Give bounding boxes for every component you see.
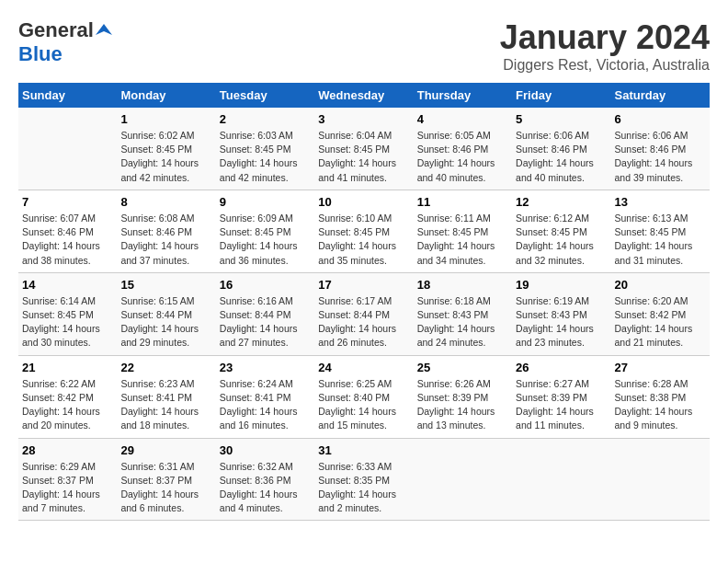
column-header-thursday: Thursday [414, 83, 512, 108]
calendar-cell [414, 438, 512, 521]
calendar-cell [18, 108, 117, 190]
day-number: 23 [220, 361, 311, 374]
day-content: Sunrise: 6:27 AM Sunset: 8:39 PM Dayligh… [516, 377, 607, 433]
calendar-cell [512, 438, 610, 521]
day-content: Sunrise: 6:06 AM Sunset: 8:46 PM Dayligh… [516, 129, 607, 185]
calendar-cell: 20Sunrise: 6:20 AM Sunset: 8:42 PM Dayli… [611, 272, 710, 355]
day-content: Sunrise: 6:32 AM Sunset: 8:36 PM Dayligh… [220, 460, 311, 516]
logo-general-text: General [18, 18, 94, 42]
day-number: 28 [22, 443, 113, 457]
day-content: Sunrise: 6:10 AM Sunset: 8:45 PM Dayligh… [318, 212, 409, 268]
calendar-title: January 2024 [500, 18, 710, 57]
logo-bird-icon [96, 22, 112, 39]
day-number: 29 [120, 443, 211, 457]
day-number: 6 [615, 112, 706, 126]
calendar-week-row: 28Sunrise: 6:29 AM Sunset: 8:37 PM Dayli… [18, 438, 710, 521]
column-header-saturday: Saturday [611, 83, 710, 108]
day-content: Sunrise: 6:12 AM Sunset: 8:45 PM Dayligh… [516, 212, 607, 268]
day-number: 9 [220, 195, 311, 209]
calendar-cell: 23Sunrise: 6:24 AM Sunset: 8:41 PM Dayli… [216, 355, 314, 438]
day-number: 31 [318, 443, 409, 457]
day-content: Sunrise: 6:06 AM Sunset: 8:46 PM Dayligh… [615, 129, 706, 185]
day-number: 1 [120, 112, 211, 126]
day-content: Sunrise: 6:13 AM Sunset: 8:45 PM Dayligh… [615, 212, 706, 268]
calendar-cell: 6Sunrise: 6:06 AM Sunset: 8:46 PM Daylig… [611, 108, 710, 190]
calendar-subtitle: Diggers Rest, Victoria, Australia [500, 57, 710, 74]
calendar-cell: 12Sunrise: 6:12 AM Sunset: 8:45 PM Dayli… [512, 190, 610, 272]
calendar-cell: 30Sunrise: 6:32 AM Sunset: 8:36 PM Dayli… [216, 438, 314, 521]
calendar-cell: 29Sunrise: 6:31 AM Sunset: 8:37 PM Dayli… [117, 438, 215, 521]
day-number: 13 [615, 195, 706, 209]
calendar-cell: 26Sunrise: 6:27 AM Sunset: 8:39 PM Dayli… [512, 355, 610, 438]
day-content: Sunrise: 6:09 AM Sunset: 8:45 PM Dayligh… [220, 212, 311, 268]
day-number: 7 [22, 195, 113, 209]
calendar-cell: 8Sunrise: 6:08 AM Sunset: 8:46 PM Daylig… [117, 190, 215, 272]
day-content: Sunrise: 6:23 AM Sunset: 8:41 PM Dayligh… [120, 377, 211, 433]
calendar-cell: 3Sunrise: 6:04 AM Sunset: 8:45 PM Daylig… [314, 108, 413, 190]
day-number: 24 [318, 361, 409, 374]
column-header-friday: Friday [512, 83, 610, 108]
day-content: Sunrise: 6:31 AM Sunset: 8:37 PM Dayligh… [120, 460, 211, 516]
day-content: Sunrise: 6:02 AM Sunset: 8:45 PM Dayligh… [120, 129, 211, 185]
day-content: Sunrise: 6:14 AM Sunset: 8:45 PM Dayligh… [22, 294, 113, 350]
day-number: 22 [120, 361, 211, 374]
day-number: 20 [615, 278, 706, 292]
calendar-cell: 2Sunrise: 6:03 AM Sunset: 8:45 PM Daylig… [216, 108, 314, 190]
calendar-week-row: 14Sunrise: 6:14 AM Sunset: 8:45 PM Dayli… [18, 272, 710, 355]
day-content: Sunrise: 6:07 AM Sunset: 8:46 PM Dayligh… [22, 212, 113, 268]
day-number: 10 [318, 195, 409, 209]
calendar-cell [611, 438, 710, 521]
calendar-cell: 1Sunrise: 6:02 AM Sunset: 8:45 PM Daylig… [117, 108, 215, 190]
calendar-cell: 14Sunrise: 6:14 AM Sunset: 8:45 PM Dayli… [18, 272, 117, 355]
day-number: 11 [417, 195, 508, 209]
calendar-cell: 9Sunrise: 6:09 AM Sunset: 8:45 PM Daylig… [216, 190, 314, 272]
day-content: Sunrise: 6:04 AM Sunset: 8:45 PM Dayligh… [318, 129, 409, 185]
day-content: Sunrise: 6:16 AM Sunset: 8:44 PM Dayligh… [220, 294, 311, 350]
column-header-wednesday: Wednesday [314, 83, 413, 108]
day-content: Sunrise: 6:05 AM Sunset: 8:46 PM Dayligh… [417, 129, 508, 185]
day-content: Sunrise: 6:25 AM Sunset: 8:40 PM Dayligh… [318, 377, 409, 433]
calendar-cell: 10Sunrise: 6:10 AM Sunset: 8:45 PM Dayli… [314, 190, 413, 272]
day-number: 27 [615, 361, 706, 374]
day-number: 14 [22, 278, 113, 292]
svg-marker-0 [96, 24, 112, 35]
calendar-week-row: 7Sunrise: 6:07 AM Sunset: 8:46 PM Daylig… [18, 190, 710, 272]
day-number: 26 [516, 361, 607, 374]
calendar-cell: 27Sunrise: 6:28 AM Sunset: 8:38 PM Dayli… [611, 355, 710, 438]
calendar-cell: 18Sunrise: 6:18 AM Sunset: 8:43 PM Dayli… [414, 272, 512, 355]
calendar-cell: 19Sunrise: 6:19 AM Sunset: 8:43 PM Dayli… [512, 272, 610, 355]
day-number: 25 [417, 361, 508, 374]
calendar-week-row: 21Sunrise: 6:22 AM Sunset: 8:42 PM Dayli… [18, 355, 710, 438]
day-number: 8 [120, 195, 211, 209]
day-number: 21 [22, 361, 113, 374]
title-block: January 2024 Diggers Rest, Victoria, Aus… [500, 18, 710, 74]
day-content: Sunrise: 6:18 AM Sunset: 8:43 PM Dayligh… [417, 294, 508, 350]
day-number: 15 [120, 278, 211, 292]
day-content: Sunrise: 6:17 AM Sunset: 8:44 PM Dayligh… [318, 294, 409, 350]
day-number: 17 [318, 278, 409, 292]
column-header-monday: Monday [117, 83, 215, 108]
day-number: 12 [516, 195, 607, 209]
day-content: Sunrise: 6:19 AM Sunset: 8:43 PM Dayligh… [516, 294, 607, 350]
calendar-cell: 28Sunrise: 6:29 AM Sunset: 8:37 PM Dayli… [18, 438, 117, 521]
calendar-cell: 11Sunrise: 6:11 AM Sunset: 8:45 PM Dayli… [414, 190, 512, 272]
calendar-cell: 4Sunrise: 6:05 AM Sunset: 8:46 PM Daylig… [414, 108, 512, 190]
day-number: 5 [516, 112, 607, 126]
day-content: Sunrise: 6:08 AM Sunset: 8:46 PM Dayligh… [120, 212, 211, 268]
calendar-cell: 31Sunrise: 6:33 AM Sunset: 8:35 PM Dayli… [314, 438, 413, 521]
day-content: Sunrise: 6:22 AM Sunset: 8:42 PM Dayligh… [22, 377, 113, 433]
day-number: 2 [220, 112, 311, 126]
calendar-cell: 24Sunrise: 6:25 AM Sunset: 8:40 PM Dayli… [314, 355, 413, 438]
logo-blue-text: Blue [18, 42, 63, 65]
day-number: 19 [516, 278, 607, 292]
calendar-table: SundayMondayTuesdayWednesdayThursdayFrid… [18, 83, 710, 521]
day-content: Sunrise: 6:15 AM Sunset: 8:44 PM Dayligh… [120, 294, 211, 350]
calendar-week-row: 1Sunrise: 6:02 AM Sunset: 8:45 PM Daylig… [18, 108, 710, 190]
day-content: Sunrise: 6:29 AM Sunset: 8:37 PM Dayligh… [22, 460, 113, 516]
calendar-cell: 22Sunrise: 6:23 AM Sunset: 8:41 PM Dayli… [117, 355, 215, 438]
day-content: Sunrise: 6:24 AM Sunset: 8:41 PM Dayligh… [220, 377, 311, 433]
day-number: 16 [220, 278, 311, 292]
day-content: Sunrise: 6:26 AM Sunset: 8:39 PM Dayligh… [417, 377, 508, 433]
page-header: General Blue January 2024 Diggers Rest, … [18, 18, 710, 74]
column-header-tuesday: Tuesday [216, 83, 314, 108]
